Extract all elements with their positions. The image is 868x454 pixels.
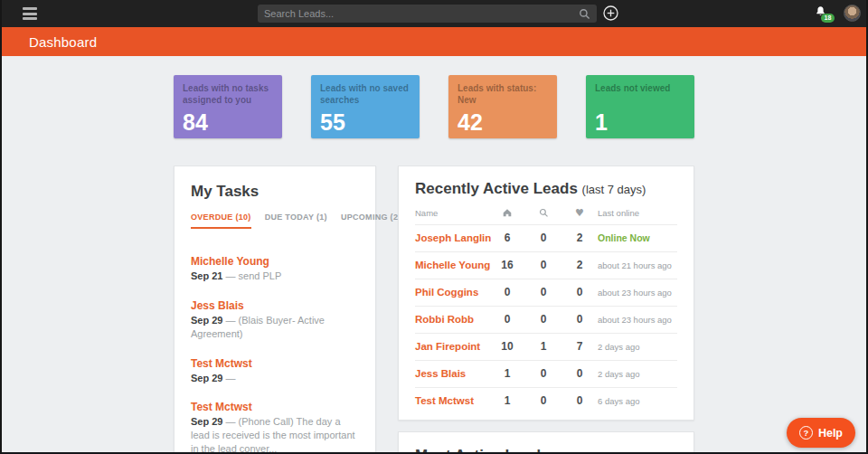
stat-card-label: Leads with status: New bbox=[458, 82, 548, 106]
most-active-title: Most Active Leads (last 7 days) bbox=[415, 447, 677, 454]
task-lead-link[interactable]: Jess Blais bbox=[191, 299, 359, 312]
table-row: Test Mctwst 1 0 0 6 days ago bbox=[415, 388, 677, 414]
help-button[interactable]: ? Help bbox=[787, 418, 855, 448]
question-circle-icon: ? bbox=[799, 426, 813, 440]
lead-link[interactable]: Test Mctwst bbox=[415, 395, 489, 406]
stat-card-value: 55 bbox=[320, 109, 345, 136]
task-lead-link[interactable]: Test Mctwst bbox=[191, 401, 359, 413]
table-row: Jess Blais 1 0 0 2 days ago bbox=[415, 361, 677, 388]
task-item: Test Mctwst Sep 29 — (Phone Call) The da… bbox=[191, 401, 359, 454]
stat-card-not-viewed[interactable]: Leads not viewed 1 bbox=[586, 75, 694, 138]
table-row: Phil Coggins 0 0 0 about 23 hours ago bbox=[415, 279, 677, 307]
task-item: Test Mctwst Sep 29 — bbox=[191, 357, 359, 385]
add-lead-icon[interactable] bbox=[603, 5, 618, 21]
user-avatar[interactable] bbox=[844, 5, 861, 22]
lead-search-box bbox=[258, 5, 597, 23]
tab-upcoming[interactable]: UPCOMING (20) bbox=[341, 213, 406, 229]
last-online-status: 6 days ago bbox=[598, 396, 677, 406]
stat-card-label: Leads with no saved searches bbox=[320, 82, 410, 106]
stat-card-status-new[interactable]: Leads with status: New 42 bbox=[448, 75, 557, 138]
page-title: Dashboard bbox=[29, 34, 97, 50]
stat-card-no-saved-searches[interactable]: Leads with no saved searches 55 bbox=[311, 75, 420, 138]
hamburger-menu-icon[interactable] bbox=[23, 7, 37, 20]
lead-link[interactable]: Phil Coggins bbox=[415, 287, 489, 298]
stat-card-label: Leads with no tasks assigned to you bbox=[183, 82, 273, 106]
table-row: Robbi Robb 0 0 0 about 23 hours ago bbox=[415, 307, 677, 334]
notification-count-badge: 18 bbox=[821, 14, 835, 23]
recently-active-leads-panel: Recently Active Leads (last 7 days) Name… bbox=[398, 166, 694, 421]
stat-card-value: 42 bbox=[458, 109, 483, 136]
last-online-status: about 23 hours ago bbox=[598, 288, 677, 298]
task-detail: Sep 21 — send PLP bbox=[191, 270, 359, 283]
stat-card-label: Leads not viewed bbox=[595, 82, 685, 94]
search-icon[interactable] bbox=[579, 8, 590, 20]
notifications-button[interactable]: 18 bbox=[814, 5, 832, 24]
stat-card-no-tasks[interactable]: Leads with no tasks assigned to you 84 bbox=[174, 75, 282, 138]
recently-active-title: Recently Active Leads (last 7 days) bbox=[415, 180, 677, 198]
lead-link[interactable]: Jan Firepoint bbox=[415, 341, 489, 352]
top-nav-bar: 18 bbox=[2, 0, 866, 27]
my-tasks-title: My Tasks bbox=[191, 183, 359, 201]
last-online-status: 2 days ago bbox=[598, 369, 677, 379]
task-detail: Sep 29 — bbox=[191, 372, 359, 385]
last-online-status: about 21 hours ago bbox=[598, 260, 677, 270]
help-button-label: Help bbox=[818, 427, 843, 440]
column-header-name: Name bbox=[415, 208, 489, 218]
stat-card-value: 84 bbox=[183, 109, 208, 136]
most-active-leads-panel: Most Active Leads (last 7 days) bbox=[398, 431, 694, 454]
leads-table-header: Name ♥ Last online bbox=[415, 207, 677, 225]
my-tasks-panel: My Tasks OVERDUE (10) DUE TODAY (1) UPCO… bbox=[174, 166, 376, 454]
home-icon bbox=[489, 207, 525, 218]
task-lead-link[interactable]: Test Mctwst bbox=[191, 357, 359, 370]
column-header-last-online: Last online bbox=[598, 208, 677, 218]
task-item: Michelle Young Sep 21 — send PLP bbox=[191, 255, 359, 283]
tab-due-today[interactable]: DUE TODAY (1) bbox=[265, 213, 327, 229]
heart-icon: ♥ bbox=[561, 208, 598, 218]
stat-card-value: 1 bbox=[595, 109, 608, 136]
task-list: Michelle Young Sep 21 — send PLP Jess Bl… bbox=[191, 255, 359, 454]
last-online-status: Online Now bbox=[598, 232, 677, 243]
table-row: Joseph Langlin 6 0 2 Online Now bbox=[415, 225, 677, 252]
panels-row: My Tasks OVERDUE (10) DUE TODAY (1) UPCO… bbox=[174, 166, 694, 454]
table-row: Michelle Young 16 0 2 about 21 hours ago bbox=[415, 252, 677, 279]
dashboard-content: Leads with no tasks assigned to you 84 L… bbox=[174, 75, 694, 454]
stat-cards-row: Leads with no tasks assigned to you 84 L… bbox=[174, 75, 694, 138]
page-header: Dashboard bbox=[2, 27, 866, 56]
magnifier-icon bbox=[525, 208, 561, 218]
task-item: Jess Blais Sep 29 — (Blais Buyer- Active… bbox=[191, 299, 359, 341]
right-column: Recently Active Leads (last 7 days) Name… bbox=[398, 166, 694, 454]
lead-link[interactable]: Joseph Langlin bbox=[415, 232, 489, 243]
task-detail: Sep 29 — (Phone Call) The day a lead is … bbox=[191, 415, 359, 454]
lead-link[interactable]: Robbi Robb bbox=[415, 314, 489, 325]
tasks-tabs: OVERDUE (10) DUE TODAY (1) UPCOMING (20) bbox=[191, 213, 359, 229]
task-detail: Sep 29 — (Blais Buyer- Active Agreement) bbox=[191, 314, 359, 341]
last-online-status: about 23 hours ago bbox=[598, 315, 677, 325]
lead-link[interactable]: Michelle Young bbox=[415, 260, 489, 270]
last-online-status: 2 days ago bbox=[598, 342, 677, 352]
tab-overdue[interactable]: OVERDUE (10) bbox=[191, 213, 251, 229]
search-input[interactable] bbox=[264, 8, 579, 19]
table-row: Jan Firepoint 10 1 7 2 days ago bbox=[415, 334, 677, 361]
app-window: 18 Dashboard Leads with no tasks assigne… bbox=[0, 0, 868, 454]
task-lead-link[interactable]: Michelle Young bbox=[191, 255, 359, 268]
lead-link[interactable]: Jess Blais bbox=[415, 368, 489, 379]
